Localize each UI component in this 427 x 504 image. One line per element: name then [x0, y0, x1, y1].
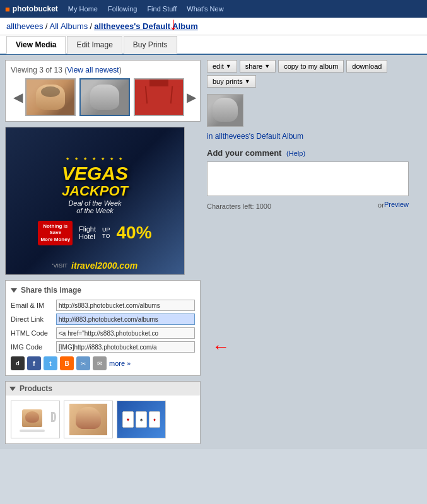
breadcrumb-default-album[interactable]: allthevees's Default Album [94, 21, 197, 31]
left-column: Viewing 3 of 13 (View all newest) ◀ [5, 60, 201, 444]
ad-stars: ★ ★ ★ ★ ★ ★ ★ [66, 156, 124, 161]
tab-bar: View Media Edit Image Buy Prints [0, 35, 427, 55]
action-bar: edit ▼ share ▼ copy to my album download… [207, 60, 422, 88]
ad-vegas-text: VEGAS [62, 164, 128, 183]
share-input-email[interactable] [56, 300, 195, 311]
product-item-2[interactable] [64, 401, 113, 438]
comment-section: Add your comment (Help) Characters left:… [207, 148, 422, 210]
download-label: download [352, 62, 382, 70]
main-image [207, 94, 243, 127]
share-icon-facebook[interactable]: f [27, 356, 41, 370]
share-row-email: Email & IM [11, 300, 195, 311]
buy-prints-label: buy prints [213, 78, 243, 85]
nav-following[interactable]: Following [108, 5, 137, 13]
tab-view-media[interactable]: View Media [6, 36, 66, 54]
ad-visit-text: 'VISIT [52, 262, 67, 269]
comment-textarea[interactable] [207, 161, 409, 196]
thumbnail-2[interactable] [79, 78, 130, 116]
comment-preview-area: Preview or [378, 201, 409, 209]
thumbnail-strip: ◀ [11, 78, 195, 116]
products-title: Products [6, 382, 200, 396]
product-portrait [69, 404, 107, 435]
nav-myhome[interactable]: My Home [68, 5, 98, 13]
preview-link[interactable]: Preview [384, 201, 409, 208]
copy-to-album-button[interactable]: copy to my album [278, 60, 344, 73]
logo: ■ photobucket [5, 4, 58, 14]
edit-button[interactable]: edit ▼ [207, 60, 237, 73]
ad-deal-text: Deal of the Week [68, 199, 121, 207]
ad-flight-hotel: Flight Hotel [79, 225, 96, 240]
advertisement-panel[interactable]: ★ ★ ★ ★ ★ ★ ★ VEGAS JACKPOT Deal of the … [5, 127, 185, 275]
ad-upto: UPTO [102, 226, 110, 239]
share-label-img: IMG Code [11, 343, 56, 351]
view-all-link[interactable]: View all newest [67, 66, 119, 74]
share-icon-email[interactable]: ✉ [93, 356, 107, 370]
share-row-img: IMG Code ← [11, 341, 195, 353]
prev-thumb-button[interactable]: ◀ [11, 90, 25, 105]
products-collapse-icon[interactable] [9, 387, 16, 391]
header: ■ photobucket My Home Following Find Stu… [0, 0, 427, 18]
ad-brand: itravel2000.com [71, 261, 137, 271]
edit-dropdown-arrow: ▼ [226, 63, 231, 69]
viewing-count: Viewing 3 of 13 (View all newest) [11, 66, 195, 74]
ad-save-badge: Nothing isSaveMore Money [38, 221, 73, 245]
comment-footer: Characters left: 1000 Preview or [207, 200, 409, 210]
thumbnail-3[interactable] [134, 78, 184, 116]
share-label-email: Email & IM [11, 302, 56, 309]
main-face [213, 98, 237, 122]
buy-prints-button[interactable]: buy prints ▼ [207, 75, 256, 88]
share-icon-twitter[interactable]: t [44, 356, 57, 370]
share-dropdown-arrow: ▼ [264, 63, 270, 69]
share-icon-delicious[interactable]: ✂ [76, 356, 90, 370]
share-button[interactable]: share ▼ [240, 60, 276, 73]
annotation-arrow-share: ← [212, 337, 230, 357]
ad-percent: 40% [117, 223, 152, 243]
share-more-link[interactable]: more » [109, 360, 131, 367]
annotation-arrow-tabs: ↓ [169, 15, 178, 33]
product-mug[interactable] [11, 401, 60, 438]
or-text: or [378, 201, 384, 209]
product-cards[interactable]: ♥ ♠ ♦ [117, 401, 166, 438]
tab-edit-image[interactable]: Edit Image [67, 36, 122, 54]
mug-shape [20, 407, 51, 432]
logo-text: photobucket [13, 4, 58, 13]
share-icon-digg[interactable]: d [11, 356, 25, 370]
products-thumbnails: ♥ ♠ ♦ [11, 401, 195, 438]
ad-jackpot-text: JACKPOT [62, 183, 128, 199]
nav-whatsnew[interactable]: What's New [187, 5, 223, 13]
breadcrumb: allthevees / All Albums / allthevees's D… [0, 18, 427, 35]
share-input-html[interactable] [56, 327, 195, 339]
share-input-img[interactable] [56, 341, 195, 353]
comment-label-text: Add your comment [207, 148, 281, 158]
thumbnail-list [25, 78, 184, 116]
tabs-container: View Media Edit Image Buy Prints ↓ [0, 35, 427, 55]
share-label-html: HTML Code [11, 329, 56, 337]
share-title: Share this image [11, 286, 195, 295]
nav-findstuff[interactable]: Find Stuff [147, 5, 177, 13]
share-input-direct[interactable] [56, 314, 195, 325]
viewing-panel: Viewing 3 of 13 (View all newest) ◀ [5, 60, 201, 122]
share-collapse-icon[interactable] [11, 288, 17, 293]
breadcrumb-user[interactable]: allthevees [6, 21, 44, 31]
shirt-thumb [135, 79, 183, 115]
thumbnail-1[interactable] [25, 78, 76, 116]
comment-help-link[interactable]: (Help) [286, 149, 305, 157]
right-column: edit ▼ share ▼ copy to my album download… [201, 60, 422, 444]
playing-cards: ♥ ♠ ♦ [122, 411, 160, 428]
face-thumb-2 [81, 79, 129, 115]
breadcrumb-albums[interactable]: All Albums [50, 21, 88, 31]
share-label-direct: Direct Link [11, 315, 56, 323]
main-content: Viewing 3 of 13 (View all newest) ◀ [0, 55, 427, 449]
products-panel: Products [5, 381, 201, 444]
share-icon-blogger[interactable]: B [60, 356, 74, 370]
next-thumb-button[interactable]: ▶ [184, 90, 199, 105]
share-panel: Share this image Email & IM Direct Link … [5, 280, 201, 376]
edit-label: edit [213, 62, 224, 70]
share-title-text: Share this image [21, 286, 81, 295]
download-button[interactable]: download [346, 60, 387, 73]
ad-week-text: of the Week [76, 207, 114, 214]
album-link[interactable]: in allthevees's Default Album [207, 132, 422, 141]
tab-buy-prints[interactable]: Buy Prints [124, 36, 177, 54]
copy-label: copy to my album [284, 62, 338, 70]
chars-left-text: Characters left: 1000 [207, 202, 271, 210]
